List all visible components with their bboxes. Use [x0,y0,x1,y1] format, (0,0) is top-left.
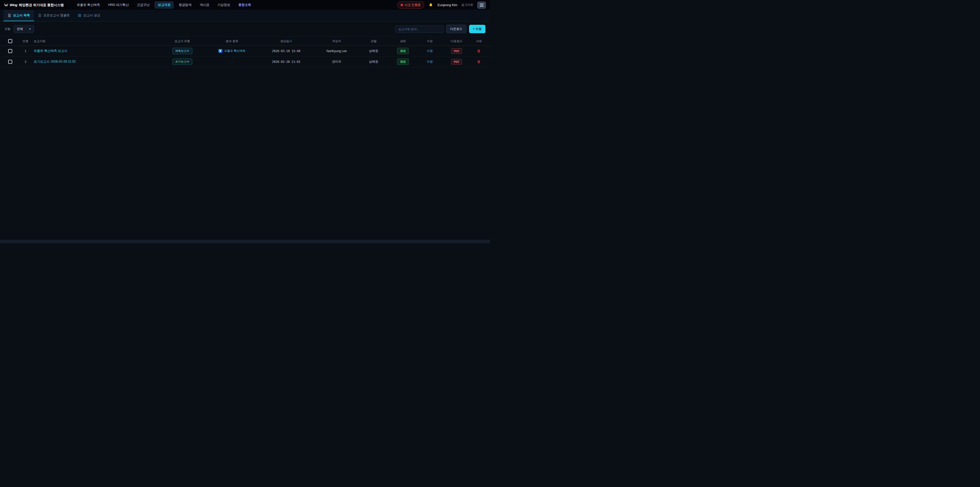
bottom-scrollbar-track[interactable] [0,240,490,243]
filter-right-cluster: 다운로드 + 수정 [395,25,485,33]
table-header-row: 번호 보고서명 보고서 유형 분석 종류 생성일시 작성자 관할 상태 수정 다… [0,37,490,46]
jurisdiction: 남해청 [358,49,389,53]
col-header-status: 상태 [389,39,417,43]
notifications-button[interactable] [428,3,433,8]
tab-create-report-label: 보고서 생성 [83,13,100,18]
report-type-badge: 초기보고서 [172,59,192,65]
jurisdiction: 남해청 [358,59,389,64]
col-header-created: 생성일시 [258,39,315,43]
nav-item-oil-spill[interactable]: 유출유 확산예측 [73,1,103,9]
logo-mark: Wing [10,3,18,7]
nav-item-reports[interactable]: 보고자료 [154,1,174,9]
trash-icon [477,60,480,64]
app-logo[interactable]: Wing 해양환경 위기대응 통합시스템 [4,3,64,7]
oil-spill-analysis-icon [218,49,222,53]
hamburger-icon [480,3,484,4]
incident-dot-icon [401,4,403,6]
pdf-download-button[interactable]: PDF [451,48,462,54]
col-header-analysis: 분석 종류 [207,39,258,43]
jurisdiction-label: 관할 [5,27,11,31]
row-number: 2 [18,60,34,64]
incident-status-badge[interactable]: 사고 진행중 [397,1,424,9]
sub-tab-bar: 보고서 목록 표준보고서 템플릿 보고서 생성 [0,10,490,21]
created-datetime: 2026-03-10 15:40 [258,49,315,53]
analysis-type-link[interactable]: 유출유 확산예측 [218,49,245,53]
tab-report-list[interactable]: 보고서 목록 [3,10,34,21]
report-name-link[interactable]: 초기보고서 2026-02-28 21:02 [34,59,76,64]
template-icon [38,14,41,17]
app-title: 해양환경 위기대응 통합시스템 [19,3,64,7]
report-list-icon [8,14,11,17]
row-checkbox[interactable] [8,60,12,64]
author: 관리자 [315,59,358,64]
bell-icon [429,3,433,7]
edit-link[interactable]: 수정 [427,49,433,53]
status-badge: 완료 [397,59,409,65]
analysis-type-empty: - [231,60,232,64]
trash-icon [477,49,480,53]
pdf-download-button[interactable]: PDF [451,59,462,65]
create-report-icon [78,14,81,17]
edit-link[interactable]: 수정 [427,59,433,64]
nav-item-hns[interactable]: HNS·대기확산 [105,1,132,9]
select-all-checkbox[interactable] [8,39,12,43]
analysis-type-label: 유출유 확산예측 [224,49,245,53]
top-navigation-bar: Wing 해양환경 위기대응 통합시스템 유출유 확산예측 HNS·대기확산 긴… [0,0,490,10]
incident-label: 사고 진행중 [404,3,421,7]
table-row: 2 초기보고서 2026-02-28 21:02 초기보고서 - 2026-02… [0,56,490,67]
col-header-edit: 수정 [417,39,442,43]
nav-item-weather[interactable]: 기상정보 [214,1,234,9]
col-header-name: 보고서명 [34,39,158,43]
table-row: 1 유출유 확산예측 보고서 예측보고서 유출유 확산예측 2026-03-10… [0,46,490,56]
nav-item-air-search[interactable]: 항공탐색 [175,1,195,9]
filter-toolbar: 관할 전체 ▼ 다운로드 + 수정 [0,21,490,37]
created-datetime: 2026-02-28 21:02 [258,60,315,64]
col-header-delete: 삭제 [471,39,487,43]
tab-standard-template-label: 표준보고서 템플릿 [43,13,70,18]
col-header-jurisdiction: 관할 [358,39,389,43]
nav-item-rescue[interactable]: 긴급구난 [134,1,153,9]
tab-report-list-label: 보고서 목록 [13,13,30,18]
delete-button[interactable] [476,49,481,53]
col-header-type: 보고서 유형 [158,39,207,43]
wing-logo-icon [4,3,8,7]
download-button[interactable]: 다운로드 [446,25,466,33]
user-name: Eunjeong Kim [438,3,457,7]
col-header-author: 작성자 [315,39,358,43]
tab-create-report[interactable]: 보고서 생성 [74,10,104,21]
jurisdiction-selected-value: 전체 [17,27,23,31]
col-header-no: 번호 [18,39,34,43]
report-search-input[interactable] [395,26,444,33]
report-type-badge: 예측보고서 [172,48,192,54]
topbar-right-cluster: 사고 진행중 Eunjeong Kim 로그아웃 [397,1,486,9]
main-nav: 유출유 확산예측 HNS·대기확산 긴급구난 보고자료 항공탐색 게시판 기상정… [73,1,255,9]
report-table: 번호 보고서명 보고서 유형 분석 종류 생성일시 작성자 관할 상태 수정 다… [0,37,490,67]
logout-link[interactable]: 로그아웃 [461,3,473,7]
row-number: 1 [18,49,34,53]
jurisdiction-select[interactable]: 전체 ▼ [14,25,34,33]
delete-button[interactable] [476,59,481,64]
report-name-link[interactable]: 유출유 확산예측 보고서 [34,49,67,53]
hamburger-menu-button[interactable] [477,2,486,9]
tab-standard-template[interactable]: 표준보고서 템플릿 [34,10,74,21]
nav-item-board[interactable]: 게시판 [196,1,213,9]
row-checkbox[interactable] [8,49,12,53]
chevron-down-icon: ▼ [29,27,31,30]
nav-item-integrated-view[interactable]: 통합조회 [235,1,255,9]
create-button[interactable]: + 수정 [469,25,485,33]
status-badge: 완료 [397,48,409,54]
author: NanKyung Lee [315,49,358,53]
col-header-download: 다운로드 [442,39,471,43]
